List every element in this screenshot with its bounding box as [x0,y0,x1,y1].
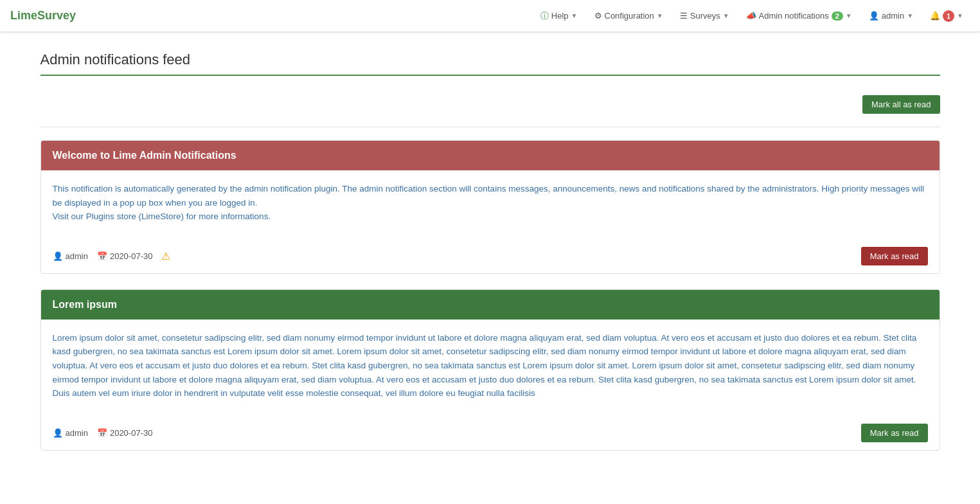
notification-body-1: This notification is automatically gener… [41,170,940,240]
nav-admin-notifications[interactable]: 📣 Admin notifications 2 ▼ [740,7,859,24]
configuration-icon: ⚙ [594,11,602,21]
bell-badge: 1 [943,10,954,22]
notification-footer-1: admin 2020-07-30 ⚠ Mark as read [41,240,940,273]
bell-icon: 🔔 [930,11,940,21]
nav-surveys[interactable]: ☰ Surveys ▼ [673,7,736,24]
calendar-icon-1 [97,251,107,261]
nav-help[interactable]: ⓘ Help ▼ [534,6,584,26]
nav-configuration[interactable]: ⚙ Configuration ▼ [588,7,670,24]
nav-items: ⓘ Help ▼ ⚙ Configuration ▼ ☰ Surveys ▼ 📣… [534,6,970,26]
calendar-icon-2 [97,428,107,438]
warning-icon: ⚠ [161,250,170,262]
nav-admin-user[interactable]: 👤 admin ▼ [862,7,920,24]
nav-admin-label: admin [882,11,904,21]
user-icon-2 [53,428,63,438]
nav-configuration-label: Configuration [605,11,654,21]
nav-help-label: Help [551,11,569,21]
notification-footer-2: admin 2020-07-30 Mark as read [41,417,940,450]
nav-bell[interactable]: 🔔 1 ▼ [923,6,970,26]
notification-body-2: Lorem ipsum dolor sit amet, consetetur s… [41,320,940,417]
notification-text-1: This notification is automatically gener… [53,182,928,224]
main-content: Admin notifications feed Mark all as rea… [15,32,966,485]
bell-caret-icon: ▼ [957,12,963,19]
navbar: LimeSurvey ⓘ Help ▼ ⚙ Configuration ▼ ☰ … [0,0,980,32]
notification-meta-2: admin 2020-07-30 [53,428,153,438]
brand-logo[interactable]: LimeSurvey [10,9,76,22]
surveys-icon: ☰ [680,11,688,21]
toolbar: Mark all as read [40,89,940,120]
notifications-container: Welcome to Lime Admin Notifications This… [40,140,940,451]
date-value-1: 2020-07-30 [110,251,153,261]
author-name-1: admin [66,251,88,261]
admin-notifications-badge: 2 [832,12,843,21]
notification-date-1: 2020-07-30 [97,251,153,261]
help-icon: ⓘ [540,10,549,22]
title-divider [40,75,940,76]
surveys-caret-icon: ▼ [723,12,729,19]
nav-surveys-label: Surveys [690,11,720,21]
notification-author-1: admin [53,251,88,261]
notification-header-2: Lorem ipsum [41,290,940,320]
notification-card-2: Lorem ipsum Lorem ipsum dolor sit amet, … [40,289,940,451]
help-caret-icon: ▼ [571,12,578,19]
megaphone-icon: 📣 [746,11,756,21]
mark-as-read-button-2[interactable]: Mark as read [861,424,928,442]
notification-author-2: admin [53,428,88,438]
notification-text-2: Lorem ipsum dolor sit amet, consetetur s… [53,331,928,401]
notification-date-2: 2020-07-30 [97,428,153,438]
notification-card-1: Welcome to Lime Admin Notifications This… [40,140,940,274]
date-value-2: 2020-07-30 [110,428,153,438]
page-title: Admin notifications feed [40,51,940,68]
user-icon: 👤 [869,11,879,21]
admin-notifications-caret-icon: ▼ [846,12,852,19]
configuration-caret-icon: ▼ [657,12,663,19]
admin-caret-icon: ▼ [907,12,913,19]
notification-meta-1: admin 2020-07-30 ⚠ [53,250,171,262]
nav-admin-notifications-label: Admin notifications [759,11,829,21]
author-name-2: admin [66,428,88,438]
mark-as-read-button-1[interactable]: Mark as read [861,247,928,266]
mark-all-read-button[interactable]: Mark all as read [862,95,940,114]
user-icon-1 [53,251,63,261]
notification-header-1: Welcome to Lime Admin Notifications [41,141,940,170]
content-divider [40,127,940,127]
